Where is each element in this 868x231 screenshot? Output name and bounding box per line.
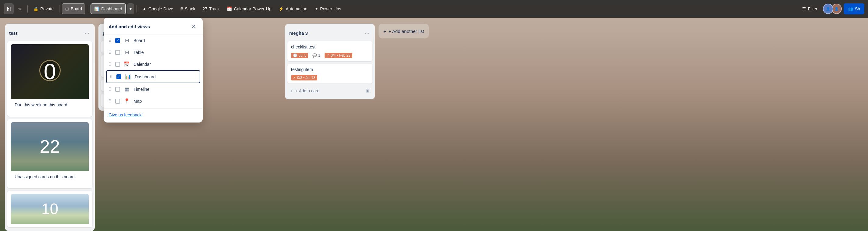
unassigned-number: 22: [40, 137, 60, 156]
board-view-icon: ⊞: [124, 37, 130, 43]
checklist-test-date: Jul 5: [299, 53, 306, 58]
dropdown-item-map[interactable]: ⠿ 📍 Map: [104, 95, 203, 107]
dropdown-item-timeline[interactable]: ⠿ ▦ Timeline: [104, 83, 203, 95]
calendar-button[interactable]: 📅 Calendar Power-Up: [224, 3, 274, 14]
testing-item-badges: ✓ 0/3 • Jul 13: [291, 75, 369, 80]
slack-button[interactable]: # Slack: [177, 3, 198, 14]
list-test: test ··· 0 Due this week on this board: [5, 24, 95, 231]
star-button[interactable]: ☆: [15, 3, 25, 14]
gdrive-button[interactable]: ▲ Google Drive: [139, 3, 177, 14]
card-partial[interactable]: 10: [7, 191, 92, 227]
testing-item-title: testing item: [291, 67, 369, 73]
filter-label: Filter: [808, 6, 817, 11]
due-this-week-number: 0: [43, 61, 56, 82]
calendar-icon: 📅: [227, 6, 232, 11]
unassigned-overlay: 22: [11, 122, 89, 171]
filter-button[interactable]: ☰ Filter: [799, 5, 821, 13]
timeline-view-icon: ▦: [124, 86, 130, 92]
checklist-test-comment-count: 1: [318, 53, 320, 58]
add-card-megha3[interactable]: + + Add a card ⊞: [287, 86, 372, 96]
powerups-button[interactable]: ✈ Power-Ups: [311, 3, 344, 14]
card-unassigned[interactable]: 22 Unassigned cards on this board: [7, 119, 92, 189]
dropdown-item-table[interactable]: ⠿ ⊟ Table: [104, 46, 203, 58]
feedback-link[interactable]: Give us feedback!: [108, 112, 143, 117]
checklist-test-date-badge: 🕐 Jul 5: [291, 53, 308, 58]
gdrive-label: Google Drive: [148, 6, 174, 11]
add-another-list[interactable]: + + Add another list: [378, 24, 429, 38]
add-card-label-megha3: + Add a card: [295, 88, 319, 93]
nav-divider-4: [136, 5, 137, 12]
dashboard-button[interactable]: 📊 Dashboard: [91, 3, 126, 14]
comment-icon: 💬: [312, 53, 317, 58]
drag-handle-dashboard: ⠿: [110, 74, 113, 79]
board-button[interactable]: ⊞ Board: [62, 3, 85, 14]
private-button[interactable]: 🔒 Private: [30, 3, 57, 14]
dropdown-item-dashboard[interactable]: ⠿ ✓ 📊 Dashboard: [106, 70, 200, 83]
megha3-card-testing[interactable]: testing item ✓ 0/3 • Jul 13: [287, 64, 372, 84]
avatar-1[interactable]: 👤: [823, 4, 833, 14]
checklist-test-progress: 0/4 • Feb 23: [331, 53, 350, 58]
drag-handle-board: ⠿: [108, 38, 112, 43]
clock-badge-icon: 🕐: [293, 53, 298, 58]
partial-overlay: 10: [11, 194, 89, 224]
automation-label: Automation: [286, 6, 307, 11]
calendar-label: Calendar Power-Up: [234, 6, 271, 11]
dashboard-icon: 📊: [94, 6, 99, 11]
close-dropdown-button[interactable]: ✕: [190, 23, 198, 31]
star-icon: ☆: [18, 6, 22, 11]
unassigned-label: Unassigned cards on this board: [14, 174, 85, 180]
gdrive-icon: ▲: [142, 6, 147, 11]
track-label: Track: [209, 6, 219, 11]
card-due-this-week[interactable]: 0 Due this week on this board: [7, 41, 92, 117]
nav-divider-2: [59, 5, 59, 12]
dashboard-checkbox[interactable]: ✓: [117, 74, 121, 79]
dropdown-item-calendar[interactable]: ⠿ 📅 Calendar: [104, 58, 203, 70]
card-template-icon: ⊞: [366, 88, 369, 93]
dropdown-arrow-button[interactable]: ▾: [127, 3, 134, 14]
calendar-checkbox[interactable]: [115, 62, 120, 67]
drag-handle-map: ⠿: [108, 99, 112, 104]
share-icon: 👥: [848, 6, 853, 11]
nav-right: ☰ Filter 👤 👤 👥 Sh: [799, 3, 864, 14]
calendar-view-label: Calendar: [133, 62, 151, 67]
list-header-megha3: megha 3 ···: [287, 27, 372, 39]
plus-icon-megha3: +: [290, 88, 293, 93]
list-header-test: test ···: [7, 27, 92, 39]
checklist-test-badges: 🕐 Jul 5 💬 1 ✓ 0/4 • Feb 23: [291, 53, 369, 58]
map-checkbox[interactable]: [115, 99, 120, 104]
partial-number: 10: [41, 201, 59, 217]
avatar-group: 👤 👤: [823, 4, 842, 14]
list-megha3: megha 3 ··· checklist test 🕐 Jul 5 💬 1 ✓…: [285, 24, 375, 99]
drag-handle-table: ⠿: [108, 50, 112, 55]
nav-divider-3: [88, 5, 88, 12]
track-button[interactable]: 27 Track: [199, 3, 222, 14]
powerups-icon: ✈: [314, 6, 318, 11]
board-label: Board: [71, 6, 82, 11]
list-menu-megha3[interactable]: ···: [364, 29, 371, 37]
add-edit-views-dropdown: Add and edit views ✕ ⠿ ✓ ⊞ Board ⠿ ⊟ Tab…: [104, 18, 203, 123]
share-button[interactable]: 👥 Sh: [844, 3, 864, 14]
private-label: Private: [40, 6, 54, 11]
megha3-card-checklist[interactable]: checklist test 🕐 Jul 5 💬 1 ✓ 0/4 • Feb 2…: [287, 41, 372, 61]
board-view-label: Board: [133, 38, 145, 43]
list-menu-test[interactable]: ···: [84, 29, 91, 37]
list-title-megha3: megha 3: [289, 31, 308, 36]
dropdown-item-board[interactable]: ⠿ ✓ ⊞ Board: [104, 34, 203, 46]
calendar-view-icon: 📅: [124, 61, 130, 67]
dashboard-label: Dashboard: [101, 6, 122, 11]
plus-icon-list: +: [383, 29, 386, 34]
checklist-test-title: checklist test: [291, 44, 369, 50]
table-checkbox[interactable]: [115, 50, 120, 55]
dropdown-header: Add and edit views ✕: [104, 21, 203, 34]
board-icon: ⊞: [65, 6, 69, 11]
testing-item-progress: 0/3 • Jul 13: [297, 75, 315, 80]
topbar: hi ☆ 🔒 Private ⊞ Board 📊 Dashboard ▾ ▲ G…: [0, 0, 868, 18]
slack-icon: #: [180, 6, 183, 11]
table-view-icon: ⊟: [124, 50, 130, 55]
dropdown-footer: Give us feedback!: [104, 108, 203, 119]
hi-button[interactable]: hi: [4, 3, 14, 14]
automation-button[interactable]: ⚡ Automation: [276, 3, 310, 14]
list-title-test: test: [9, 31, 18, 36]
board-checkbox[interactable]: ✓: [115, 38, 120, 43]
timeline-checkbox[interactable]: [115, 87, 120, 92]
